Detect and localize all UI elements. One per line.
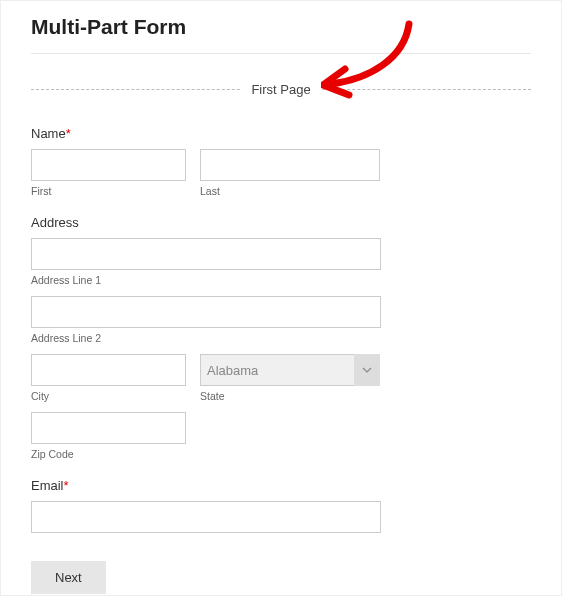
address-line1-input[interactable] [31,238,381,270]
page-break-divider: First Page [31,80,531,98]
city-input[interactable] [31,354,186,386]
address-field-group: Address Address Line 1 Address Line 2 Ci… [31,215,531,460]
next-button[interactable]: Next [31,561,106,594]
email-label-text: Email [31,478,64,493]
name-field-group: Name* First Last [31,126,531,197]
zip-input[interactable] [31,412,186,444]
state-sublabel: State [200,390,380,402]
page-break-label: First Page [241,82,320,97]
email-input[interactable] [31,501,381,533]
first-name-sublabel: First [31,185,186,197]
address-line2-input[interactable] [31,296,381,328]
last-name-sublabel: Last [200,185,380,197]
title-divider [31,53,531,54]
last-name-input[interactable] [200,149,380,181]
required-mark: * [64,478,69,493]
name-label-text: Name [31,126,66,141]
first-name-input[interactable] [31,149,186,181]
city-sublabel: City [31,390,186,402]
state-select[interactable]: Alabama [200,354,380,386]
zip-sublabel: Zip Code [31,448,531,460]
email-field-group: Email* [31,478,531,533]
name-label: Name* [31,126,531,141]
email-label: Email* [31,478,531,493]
address-line2-sublabel: Address Line 2 [31,332,531,344]
form-container: Multi-Part Form First Page Name* First L… [0,0,562,596]
required-mark: * [66,126,71,141]
address-label: Address [31,215,531,230]
address-line1-sublabel: Address Line 1 [31,274,531,286]
page-title: Multi-Part Form [31,11,531,53]
